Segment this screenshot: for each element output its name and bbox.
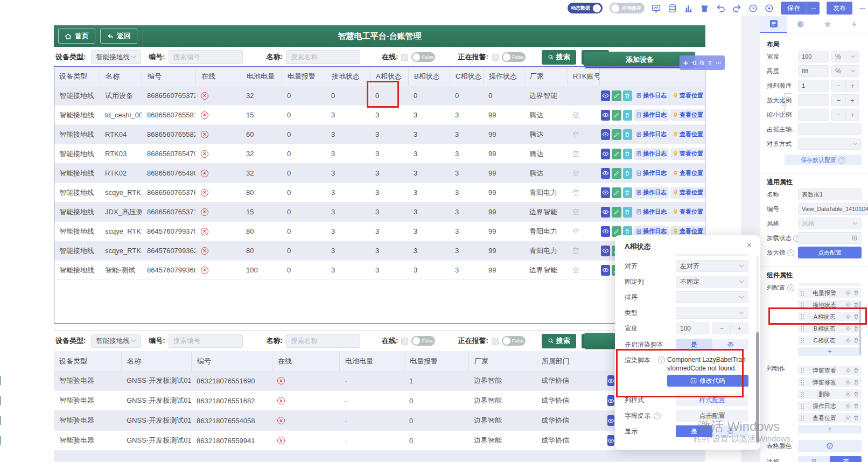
view-location-button[interactable]: 查看位置 bbox=[670, 109, 705, 121]
column-header[interactable]: 电量报警 bbox=[404, 351, 468, 371]
height-unit-select[interactable]: % bbox=[831, 65, 859, 77]
sort-field-select[interactable] bbox=[676, 291, 748, 303]
operation-log-button[interactable]: 操作日志 bbox=[634, 129, 669, 141]
view-button[interactable] bbox=[601, 265, 610, 276]
column-header[interactable]: 设备类型 bbox=[54, 67, 100, 86]
copy-icon[interactable] bbox=[699, 59, 704, 66]
drag-handle-icon[interactable] bbox=[800, 314, 804, 320]
online-toggle-1[interactable]: False bbox=[411, 52, 435, 62]
column-header[interactable]: 在线 bbox=[272, 351, 339, 371]
view-button[interactable] bbox=[601, 246, 610, 256]
drag-handle-icon[interactable] bbox=[800, 415, 804, 421]
view-location-button[interactable]: 查看位置 bbox=[670, 206, 705, 218]
view-button[interactable] bbox=[607, 435, 614, 446]
fixed-field-select[interactable]: 不固定 bbox=[676, 276, 748, 288]
alarm-toggle-2[interactable]: False bbox=[502, 336, 526, 346]
delete-button[interactable] bbox=[623, 129, 632, 140]
trash-icon[interactable] bbox=[853, 302, 859, 308]
delete-icon[interactable] bbox=[708, 59, 712, 66]
chart-monitor-icon[interactable] bbox=[652, 4, 661, 13]
table-row[interactable]: 智能接地线scqye_RTK1864576079936237×800333399… bbox=[54, 241, 705, 261]
redo-icon[interactable] bbox=[732, 4, 741, 13]
view-location-button[interactable]: 查看位置 bbox=[670, 90, 705, 102]
list-scrollbar[interactable] bbox=[859, 301, 861, 355]
view-button[interactable] bbox=[601, 110, 610, 121]
table-row[interactable]: 智能验电器GNSS-开发板测试015863218076559941×-0边界智能… bbox=[54, 431, 705, 451]
edit-button[interactable] bbox=[612, 149, 621, 159]
delete-button[interactable] bbox=[623, 110, 632, 121]
online-toggle-2[interactable]: False bbox=[411, 336, 435, 346]
column-header[interactable]: 编号 bbox=[191, 351, 272, 371]
delete-button[interactable] bbox=[623, 168, 632, 179]
name-input-1[interactable]: 搜索名称 bbox=[286, 50, 360, 64]
edit-button[interactable] bbox=[612, 90, 621, 101]
grow-input[interactable] bbox=[798, 94, 829, 106]
view-button[interactable] bbox=[601, 207, 610, 218]
trash-icon[interactable] bbox=[853, 325, 859, 332]
config-list-item[interactable]: 弹窗修改 bbox=[798, 377, 862, 387]
style-config-button[interactable]: 样式配置 bbox=[676, 394, 748, 406]
theme-shirt-icon[interactable] bbox=[700, 4, 709, 13]
operation-log-button[interactable]: 操作日志 bbox=[634, 90, 669, 102]
operation-log-button[interactable]: 操作日志 bbox=[634, 148, 669, 160]
trash-icon[interactable] bbox=[853, 367, 859, 374]
loading-state-input[interactable] bbox=[798, 232, 862, 244]
table-row[interactable]: 智能接地线智能-测试864576079936898×1000333399边界智能… bbox=[54, 261, 705, 280]
config-list-item[interactable]: 弹窗查看 bbox=[798, 366, 862, 375]
config-list-item[interactable]: 接地状态 bbox=[798, 300, 862, 310]
align-select[interactable] bbox=[798, 138, 862, 150]
drag-handle-icon[interactable] bbox=[800, 380, 804, 386]
operation-log-button[interactable]: 操作日志 bbox=[634, 109, 669, 121]
save-more-button[interactable]: ··· bbox=[807, 2, 820, 15]
drag-handle-icon[interactable] bbox=[800, 391, 804, 397]
column-header[interactable]: 厂家 bbox=[524, 67, 567, 86]
table-color-button[interactable] bbox=[798, 440, 862, 452]
trash-icon[interactable] bbox=[853, 290, 859, 296]
column-header[interactable]: RTK账号 bbox=[567, 67, 599, 86]
publish-button[interactable]: 发布 bbox=[827, 2, 852, 15]
drag-handle-icon[interactable] bbox=[800, 302, 804, 308]
table-row[interactable]: 智能接地线RTK03868656076547967×320333399腾达空 操… bbox=[54, 144, 705, 164]
trash-icon[interactable] bbox=[853, 337, 859, 344]
view-button[interactable] bbox=[601, 226, 610, 237]
minus-button[interactable]: − bbox=[832, 109, 846, 120]
column-header[interactable]: 名称 bbox=[121, 351, 191, 371]
history-clock-icon[interactable] bbox=[748, 4, 758, 13]
add-component-icon[interactable]: + bbox=[683, 59, 688, 67]
field-tip-config-button[interactable]: 点击配置 bbox=[676, 410, 748, 422]
gear-icon[interactable] bbox=[845, 403, 851, 409]
tab-favorites[interactable] bbox=[814, 15, 841, 33]
config-list-item[interactable]: B相状态 bbox=[798, 324, 862, 333]
view-location-button[interactable]: 查看位置 bbox=[670, 187, 705, 199]
order-input[interactable]: 1 bbox=[798, 80, 829, 92]
drag-handle-icon[interactable] bbox=[800, 403, 804, 409]
shrink-input[interactable] bbox=[798, 109, 829, 121]
close-icon[interactable]: × bbox=[747, 242, 752, 249]
delete-button[interactable] bbox=[623, 187, 632, 198]
trash-icon[interactable] bbox=[853, 313, 859, 320]
view-button[interactable] bbox=[601, 187, 610, 198]
type-field-select[interactable] bbox=[676, 307, 748, 319]
table-row[interactable]: 智能接地线scqye_RTK3864576079937060×800333399… bbox=[54, 222, 705, 241]
edit-button[interactable] bbox=[612, 207, 621, 218]
trash-icon[interactable] bbox=[853, 379, 859, 386]
online-checkbox-1[interactable] bbox=[401, 54, 408, 61]
table-row[interactable]: 智能接地线RTK02868656076548031×320333399腾达空 操… bbox=[54, 164, 705, 183]
column-header[interactable]: 操作状态 bbox=[483, 67, 524, 86]
column-header[interactable]: C相状态 bbox=[450, 67, 483, 86]
back-button[interactable]: 返回 bbox=[100, 29, 137, 44]
show-no-option[interactable]: 否 bbox=[712, 425, 749, 437]
magnifier-config-button[interactable]: 点击配置 bbox=[798, 247, 862, 258]
border-no-option[interactable]: 否 bbox=[830, 456, 862, 462]
column-header[interactable]: 设备类型 bbox=[54, 351, 121, 371]
more-actions-button[interactable]: ··· bbox=[859, 4, 865, 12]
view-button[interactable] bbox=[607, 375, 614, 386]
dynamic-data-toggle[interactable]: 动态数据 bbox=[568, 3, 603, 13]
column-header[interactable]: 厂家 bbox=[468, 351, 536, 371]
view-location-button[interactable]: 查看位置 bbox=[670, 167, 705, 179]
code-input-1[interactable]: 搜索编号 bbox=[169, 50, 243, 64]
column-header[interactable]: 电池电量 bbox=[241, 67, 282, 86]
device-type-select-1[interactable]: 智能接地线 bbox=[91, 50, 141, 64]
database-icon[interactable] bbox=[668, 4, 677, 13]
tab-properties[interactable] bbox=[760, 15, 787, 33]
